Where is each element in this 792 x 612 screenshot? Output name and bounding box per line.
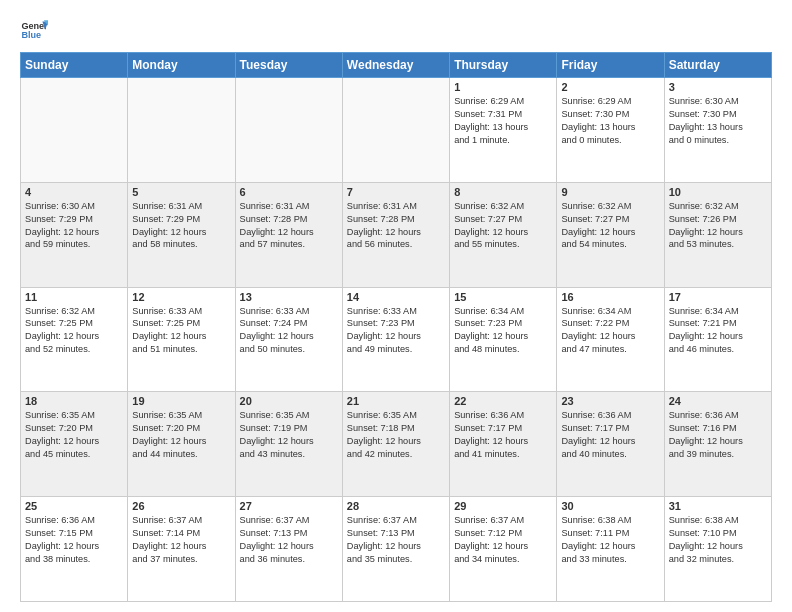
- day-info: Sunrise: 6:34 AM Sunset: 7:21 PM Dayligh…: [669, 305, 767, 357]
- calendar-cell: 17Sunrise: 6:34 AM Sunset: 7:21 PM Dayli…: [664, 287, 771, 392]
- day-number: 18: [25, 395, 123, 407]
- calendar-cell: 9Sunrise: 6:32 AM Sunset: 7:27 PM Daylig…: [557, 182, 664, 287]
- day-number: 16: [561, 291, 659, 303]
- calendar-cell: 5Sunrise: 6:31 AM Sunset: 7:29 PM Daylig…: [128, 182, 235, 287]
- day-info: Sunrise: 6:31 AM Sunset: 7:28 PM Dayligh…: [347, 200, 445, 252]
- calendar-cell: 8Sunrise: 6:32 AM Sunset: 7:27 PM Daylig…: [450, 182, 557, 287]
- day-number: 27: [240, 500, 338, 512]
- day-info: Sunrise: 6:37 AM Sunset: 7:13 PM Dayligh…: [240, 514, 338, 566]
- calendar-cell: 12Sunrise: 6:33 AM Sunset: 7:25 PM Dayli…: [128, 287, 235, 392]
- calendar-cell: [21, 78, 128, 183]
- logo: General Blue: [20, 16, 48, 44]
- day-info: Sunrise: 6:34 AM Sunset: 7:22 PM Dayligh…: [561, 305, 659, 357]
- day-info: Sunrise: 6:32 AM Sunset: 7:27 PM Dayligh…: [561, 200, 659, 252]
- calendar-week-row: 25Sunrise: 6:36 AM Sunset: 7:15 PM Dayli…: [21, 497, 772, 602]
- day-info: Sunrise: 6:36 AM Sunset: 7:17 PM Dayligh…: [561, 409, 659, 461]
- calendar-cell: [235, 78, 342, 183]
- calendar-cell: 27Sunrise: 6:37 AM Sunset: 7:13 PM Dayli…: [235, 497, 342, 602]
- calendar-cell: 31Sunrise: 6:38 AM Sunset: 7:10 PM Dayli…: [664, 497, 771, 602]
- day-number: 9: [561, 186, 659, 198]
- calendar-header-tuesday: Tuesday: [235, 53, 342, 78]
- day-number: 15: [454, 291, 552, 303]
- calendar-header-row: SundayMondayTuesdayWednesdayThursdayFrid…: [21, 53, 772, 78]
- header: General Blue: [20, 16, 772, 44]
- day-number: 17: [669, 291, 767, 303]
- day-number: 24: [669, 395, 767, 407]
- calendar-cell: 24Sunrise: 6:36 AM Sunset: 7:16 PM Dayli…: [664, 392, 771, 497]
- calendar-cell: 25Sunrise: 6:36 AM Sunset: 7:15 PM Dayli…: [21, 497, 128, 602]
- day-info: Sunrise: 6:33 AM Sunset: 7:23 PM Dayligh…: [347, 305, 445, 357]
- day-number: 5: [132, 186, 230, 198]
- day-info: Sunrise: 6:36 AM Sunset: 7:16 PM Dayligh…: [669, 409, 767, 461]
- day-number: 30: [561, 500, 659, 512]
- calendar-cell: 4Sunrise: 6:30 AM Sunset: 7:29 PM Daylig…: [21, 182, 128, 287]
- day-number: 31: [669, 500, 767, 512]
- calendar-cell: 22Sunrise: 6:36 AM Sunset: 7:17 PM Dayli…: [450, 392, 557, 497]
- calendar-cell: [342, 78, 449, 183]
- calendar-header-friday: Friday: [557, 53, 664, 78]
- calendar-cell: 23Sunrise: 6:36 AM Sunset: 7:17 PM Dayli…: [557, 392, 664, 497]
- day-info: Sunrise: 6:36 AM Sunset: 7:15 PM Dayligh…: [25, 514, 123, 566]
- calendar-cell: 16Sunrise: 6:34 AM Sunset: 7:22 PM Dayli…: [557, 287, 664, 392]
- calendar-header-wednesday: Wednesday: [342, 53, 449, 78]
- day-info: Sunrise: 6:30 AM Sunset: 7:29 PM Dayligh…: [25, 200, 123, 252]
- day-number: 1: [454, 81, 552, 93]
- day-info: Sunrise: 6:34 AM Sunset: 7:23 PM Dayligh…: [454, 305, 552, 357]
- day-info: Sunrise: 6:32 AM Sunset: 7:26 PM Dayligh…: [669, 200, 767, 252]
- calendar-cell: 11Sunrise: 6:32 AM Sunset: 7:25 PM Dayli…: [21, 287, 128, 392]
- day-info: Sunrise: 6:32 AM Sunset: 7:27 PM Dayligh…: [454, 200, 552, 252]
- day-info: Sunrise: 6:35 AM Sunset: 7:19 PM Dayligh…: [240, 409, 338, 461]
- calendar-cell: 28Sunrise: 6:37 AM Sunset: 7:13 PM Dayli…: [342, 497, 449, 602]
- day-info: Sunrise: 6:35 AM Sunset: 7:18 PM Dayligh…: [347, 409, 445, 461]
- day-number: 22: [454, 395, 552, 407]
- day-info: Sunrise: 6:31 AM Sunset: 7:29 PM Dayligh…: [132, 200, 230, 252]
- day-info: Sunrise: 6:35 AM Sunset: 7:20 PM Dayligh…: [132, 409, 230, 461]
- day-info: Sunrise: 6:29 AM Sunset: 7:31 PM Dayligh…: [454, 95, 552, 147]
- day-number: 2: [561, 81, 659, 93]
- day-info: Sunrise: 6:29 AM Sunset: 7:30 PM Dayligh…: [561, 95, 659, 147]
- day-number: 29: [454, 500, 552, 512]
- calendar-cell: 6Sunrise: 6:31 AM Sunset: 7:28 PM Daylig…: [235, 182, 342, 287]
- day-info: Sunrise: 6:32 AM Sunset: 7:25 PM Dayligh…: [25, 305, 123, 357]
- day-number: 10: [669, 186, 767, 198]
- day-info: Sunrise: 6:38 AM Sunset: 7:10 PM Dayligh…: [669, 514, 767, 566]
- calendar-cell: 21Sunrise: 6:35 AM Sunset: 7:18 PM Dayli…: [342, 392, 449, 497]
- day-info: Sunrise: 6:35 AM Sunset: 7:20 PM Dayligh…: [25, 409, 123, 461]
- day-info: Sunrise: 6:33 AM Sunset: 7:25 PM Dayligh…: [132, 305, 230, 357]
- calendar: SundayMondayTuesdayWednesdayThursdayFrid…: [20, 52, 772, 602]
- day-number: 28: [347, 500, 445, 512]
- day-number: 6: [240, 186, 338, 198]
- day-info: Sunrise: 6:37 AM Sunset: 7:14 PM Dayligh…: [132, 514, 230, 566]
- day-number: 14: [347, 291, 445, 303]
- day-number: 8: [454, 186, 552, 198]
- calendar-cell: 30Sunrise: 6:38 AM Sunset: 7:11 PM Dayli…: [557, 497, 664, 602]
- calendar-cell: 10Sunrise: 6:32 AM Sunset: 7:26 PM Dayli…: [664, 182, 771, 287]
- calendar-header-saturday: Saturday: [664, 53, 771, 78]
- day-info: Sunrise: 6:31 AM Sunset: 7:28 PM Dayligh…: [240, 200, 338, 252]
- day-info: Sunrise: 6:33 AM Sunset: 7:24 PM Dayligh…: [240, 305, 338, 357]
- calendar-week-row: 1Sunrise: 6:29 AM Sunset: 7:31 PM Daylig…: [21, 78, 772, 183]
- day-info: Sunrise: 6:37 AM Sunset: 7:13 PM Dayligh…: [347, 514, 445, 566]
- calendar-cell: 3Sunrise: 6:30 AM Sunset: 7:30 PM Daylig…: [664, 78, 771, 183]
- day-number: 19: [132, 395, 230, 407]
- calendar-cell: 7Sunrise: 6:31 AM Sunset: 7:28 PM Daylig…: [342, 182, 449, 287]
- calendar-cell: 13Sunrise: 6:33 AM Sunset: 7:24 PM Dayli…: [235, 287, 342, 392]
- day-number: 3: [669, 81, 767, 93]
- day-info: Sunrise: 6:38 AM Sunset: 7:11 PM Dayligh…: [561, 514, 659, 566]
- day-number: 4: [25, 186, 123, 198]
- day-number: 20: [240, 395, 338, 407]
- calendar-cell: 26Sunrise: 6:37 AM Sunset: 7:14 PM Dayli…: [128, 497, 235, 602]
- calendar-cell: 15Sunrise: 6:34 AM Sunset: 7:23 PM Dayli…: [450, 287, 557, 392]
- calendar-cell: [128, 78, 235, 183]
- calendar-header-monday: Monday: [128, 53, 235, 78]
- day-number: 25: [25, 500, 123, 512]
- day-info: Sunrise: 6:36 AM Sunset: 7:17 PM Dayligh…: [454, 409, 552, 461]
- page: General Blue SundayMondayTuesdayWednesda…: [0, 0, 792, 612]
- svg-text:Blue: Blue: [21, 30, 41, 40]
- calendar-cell: 1Sunrise: 6:29 AM Sunset: 7:31 PM Daylig…: [450, 78, 557, 183]
- day-info: Sunrise: 6:30 AM Sunset: 7:30 PM Dayligh…: [669, 95, 767, 147]
- day-number: 7: [347, 186, 445, 198]
- calendar-week-row: 11Sunrise: 6:32 AM Sunset: 7:25 PM Dayli…: [21, 287, 772, 392]
- calendar-header-sunday: Sunday: [21, 53, 128, 78]
- day-info: Sunrise: 6:37 AM Sunset: 7:12 PM Dayligh…: [454, 514, 552, 566]
